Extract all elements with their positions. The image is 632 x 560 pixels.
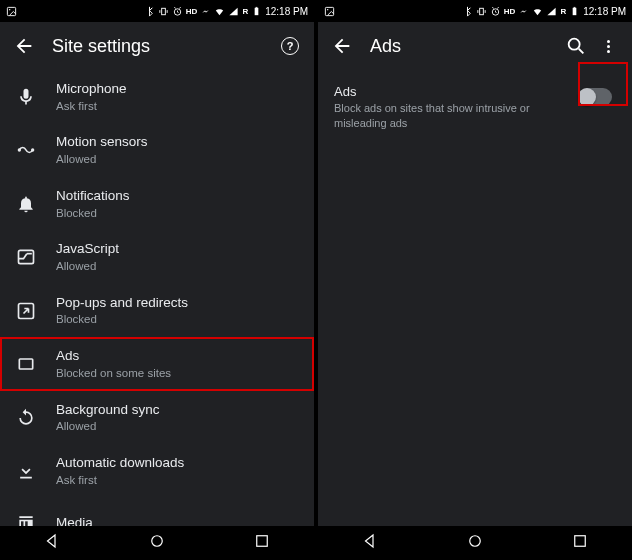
media-icon: [14, 511, 38, 526]
setting-row-background-sync[interactable]: Background syncAllowed: [0, 391, 314, 444]
ads-icon: [14, 352, 38, 376]
status-bar: HD R 12:18 PM: [318, 0, 632, 22]
vibrate-icon: [476, 6, 487, 17]
svg-point-7: [31, 149, 34, 152]
vibrate-icon: [158, 6, 169, 17]
ads-label: Ads: [334, 84, 564, 99]
svg-rect-2: [162, 8, 166, 14]
setting-row-ads[interactable]: AdsBlocked on some sites: [0, 337, 314, 390]
overflow-button[interactable]: [596, 34, 620, 58]
setting-label: Automatic downloads: [56, 454, 300, 472]
setting-label: Motion sensors: [56, 133, 300, 151]
nav-home[interactable]: [148, 532, 166, 554]
help-icon: ?: [281, 37, 299, 55]
svg-point-1: [9, 8, 10, 9]
svg-point-21: [569, 39, 580, 50]
svg-rect-10: [19, 359, 32, 369]
data-updown-icon: [518, 6, 529, 17]
signal-icon: [228, 6, 239, 17]
data-updown-icon: [200, 6, 211, 17]
nav-recent[interactable]: [253, 532, 271, 554]
svg-point-22: [470, 536, 481, 547]
hd-indicator: HD: [504, 7, 516, 16]
nav-recent[interactable]: [571, 532, 589, 554]
setting-row-motion-sensors[interactable]: Motion sensorsAllowed: [0, 123, 314, 176]
svg-rect-15: [325, 7, 333, 15]
back-button[interactable]: [12, 34, 36, 58]
setting-label: Ads: [56, 347, 300, 365]
signal-icon: [546, 6, 557, 17]
setting-row-media[interactable]: Media: [0, 498, 314, 526]
hd-indicator: HD: [186, 7, 198, 16]
battery-icon: [569, 6, 580, 17]
svg-point-6: [18, 149, 21, 152]
svg-rect-4: [255, 7, 259, 14]
wifi-icon: [532, 6, 543, 17]
clock-text: 12:18 PM: [583, 6, 626, 17]
setting-sublabel: Blocked: [56, 312, 300, 327]
svg-point-13: [152, 536, 163, 547]
motion-icon: [14, 138, 38, 162]
svg-rect-14: [256, 536, 267, 547]
svg-rect-8: [19, 251, 34, 264]
setting-label: Background sync: [56, 401, 300, 419]
ads-detail-content: Ads Block ads on sites that show intrusi…: [318, 70, 632, 526]
setting-label: Notifications: [56, 187, 300, 205]
download-icon: [14, 459, 38, 483]
settings-list: MicrophoneAsk firstMotion sensorsAllowed…: [0, 70, 314, 526]
search-button[interactable]: [564, 34, 588, 58]
page-title: Site settings: [52, 36, 270, 57]
setting-sublabel: Allowed: [56, 152, 300, 167]
mic-icon: [14, 85, 38, 109]
site-settings-screen: HD R 12:18 PM Site settings ? Microphone…: [0, 0, 314, 560]
setting-sublabel: Allowed: [56, 259, 300, 274]
svg-rect-17: [480, 8, 484, 14]
ads-toggle[interactable]: [578, 88, 612, 106]
svg-point-16: [327, 8, 328, 9]
back-button[interactable]: [330, 34, 354, 58]
nav-back[interactable]: [43, 532, 61, 554]
nav-bar: [0, 526, 314, 560]
bell-icon: [14, 192, 38, 216]
js-icon: [14, 245, 38, 269]
setting-sublabel: Allowed: [56, 419, 300, 434]
wifi-icon: [214, 6, 225, 17]
sync-icon: [14, 406, 38, 430]
status-bar: HD R 12:18 PM: [0, 0, 314, 22]
clock-text: 12:18 PM: [265, 6, 308, 17]
page-title: Ads: [370, 36, 556, 57]
nav-bar: [318, 526, 632, 560]
help-button[interactable]: ?: [278, 34, 302, 58]
popup-icon: [14, 299, 38, 323]
setting-row-pop-ups-and-redirects[interactable]: Pop-ups and redirectsBlocked: [0, 284, 314, 337]
r-indicator: R: [560, 7, 566, 16]
setting-row-notifications[interactable]: NotificationsBlocked: [0, 177, 314, 230]
setting-label: JavaScript: [56, 240, 300, 258]
setting-sublabel: Blocked: [56, 206, 300, 221]
setting-row-javascript[interactable]: JavaScriptAllowed: [0, 230, 314, 283]
setting-label: Pop-ups and redirects: [56, 294, 300, 312]
nav-back[interactable]: [361, 532, 379, 554]
picture-icon: [6, 6, 17, 17]
ads-sublabel: Block ads on sites that show intrusive o…: [334, 101, 564, 131]
r-indicator: R: [242, 7, 248, 16]
ads-toggle-row[interactable]: Ads Block ads on sites that show intrusi…: [318, 70, 632, 143]
svg-rect-19: [573, 7, 577, 14]
setting-row-microphone[interactable]: MicrophoneAsk first: [0, 70, 314, 123]
app-bar: Ads: [318, 22, 632, 70]
alarm-icon: [490, 6, 501, 17]
picture-icon: [324, 6, 335, 17]
setting-sublabel: Blocked on some sites: [56, 366, 300, 381]
battery-icon: [251, 6, 262, 17]
ads-settings-screen: HD R 12:18 PM Ads Ads Block ads on sites…: [318, 0, 632, 560]
setting-row-automatic-downloads[interactable]: Automatic downloadsAsk first: [0, 444, 314, 497]
app-bar: Site settings ?: [0, 22, 314, 70]
nav-home[interactable]: [466, 532, 484, 554]
alarm-icon: [172, 6, 183, 17]
svg-rect-23: [574, 536, 585, 547]
bluetooth-icon: [144, 6, 155, 17]
svg-rect-20: [574, 6, 576, 7]
setting-sublabel: Ask first: [56, 99, 300, 114]
setting-sublabel: Ask first: [56, 473, 300, 488]
setting-label: Media: [56, 514, 300, 526]
